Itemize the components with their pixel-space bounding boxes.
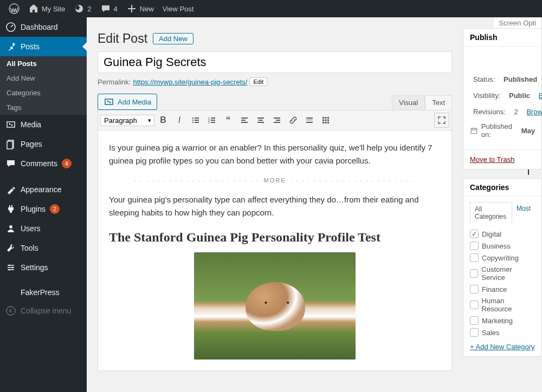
bullet-list-button[interactable] — [188, 113, 203, 128]
sidebar-posts-submenu: All Posts Add New Categories Tags — [0, 56, 87, 115]
sidebar-item-appearance[interactable]: Appearance — [0, 180, 87, 199]
category-item[interactable]: Copywriting — [470, 252, 535, 264]
add-new-button[interactable]: Add New — [153, 33, 193, 44]
category-label: Customer Service — [481, 265, 535, 282]
category-item[interactable]: Human Resource — [470, 295, 535, 315]
move-to-trash-link[interactable]: Move to Trash — [470, 155, 514, 164]
align-left-button[interactable] — [237, 113, 252, 128]
svg-rect-39 — [322, 117, 324, 119]
comments-link[interactable]: 4 — [96, 0, 122, 17]
link-button[interactable] — [286, 113, 301, 128]
svg-rect-22 — [211, 117, 215, 119]
sidebar-sub-add-new[interactable]: Add New — [0, 71, 87, 86]
svg-rect-6 — [7, 141, 12, 149]
category-label: Digital — [482, 230, 501, 238]
category-checkbox[interactable] — [470, 316, 479, 325]
cat-tab-most[interactable]: Most — [512, 202, 535, 224]
updates-link[interactable]: 2 — [69, 0, 95, 17]
italic-button[interactable]: I — [172, 113, 187, 128]
svg-point-17 — [192, 120, 193, 121]
sidebar-item-fakerpress[interactable]: FakerPress — [0, 284, 87, 301]
new-link[interactable]: New — [122, 0, 158, 17]
quote-button[interactable]: “ — [221, 113, 236, 128]
svg-rect-29 — [241, 122, 248, 123]
content-paragraph-1: Is your guinea pig a warrior or an enabl… — [109, 141, 441, 167]
editor-content[interactable]: Is your guinea pig a warrior or an enabl… — [98, 130, 452, 371]
svg-rect-2 — [7, 122, 15, 127]
category-item[interactable]: ✓Digital — [470, 228, 535, 240]
sidebar-item-plugins[interactable]: Plugins2 — [0, 199, 87, 219]
guinea-pig-image[interactable] — [194, 252, 356, 360]
category-item[interactable]: Business — [470, 240, 535, 252]
updates-count: 2 — [87, 5, 91, 13]
revisions-browse-link[interactable]: Browse — [526, 108, 542, 116]
cat-tab-all[interactable]: All Categories — [470, 202, 512, 224]
sidebar-item-media[interactable]: Media — [0, 115, 87, 134]
svg-rect-36 — [306, 117, 313, 119]
sidebar-item-posts[interactable]: Posts — [0, 37, 87, 56]
publish-heading: Publish — [463, 29, 541, 47]
permalink-url[interactable]: https://mywp.site/guinea-pig-secrets/ — [133, 78, 247, 86]
categories-metabox: Categories All Categories Most ✓DigitalB… — [463, 178, 542, 357]
tab-visual[interactable]: Visual — [392, 95, 425, 110]
sidebar-item-comments[interactable]: Comments4 — [0, 154, 87, 173]
sidebar-item-settings[interactable]: Settings — [0, 258, 87, 277]
screen-options-tab[interactable]: Screen Opti — [493, 17, 542, 29]
svg-rect-44 — [327, 120, 329, 121]
site-name: My Site — [42, 5, 65, 13]
categories-heading: Categories — [463, 179, 541, 197]
category-checkbox[interactable] — [470, 253, 479, 262]
svg-point-14 — [109, 102, 111, 103]
toolbar-toggle-button[interactable] — [318, 113, 333, 128]
fullscreen-button[interactable] — [434, 113, 449, 128]
sidebar-item-pages[interactable]: Pages — [0, 134, 87, 154]
sidebar-item-users[interactable]: Users — [0, 219, 87, 238]
category-checkbox[interactable] — [470, 241, 479, 250]
category-checkbox[interactable] — [470, 269, 478, 278]
category-item[interactable]: Sales — [470, 326, 535, 338]
sidebar-item-tools[interactable]: Tools — [0, 238, 87, 258]
add-new-category-link[interactable]: + Add New Category — [470, 343, 535, 351]
svg-rect-38 — [306, 122, 313, 123]
format-select[interactable]: Paragraph — [100, 115, 154, 126]
align-center-button[interactable] — [253, 113, 268, 128]
wp-logo[interactable] — [4, 0, 24, 17]
sidebar-sub-tags[interactable]: Tags — [0, 100, 87, 115]
category-checkbox[interactable] — [470, 300, 479, 309]
category-checkbox[interactable]: ✓ — [470, 230, 479, 238]
visibility-edit-link[interactable]: Edi — [539, 92, 542, 100]
category-item[interactable]: Customer Service — [470, 264, 535, 283]
category-checkbox[interactable] — [470, 328, 479, 337]
permalink-edit-button[interactable]: Edit — [249, 77, 267, 86]
svg-point-7 — [9, 225, 12, 228]
svg-rect-30 — [257, 117, 264, 119]
sidebar-sub-all-posts[interactable]: All Posts — [0, 56, 87, 71]
sidebar-item-dashboard[interactable]: Dashboard — [0, 17, 87, 37]
align-right-button[interactable] — [269, 113, 285, 128]
more-button[interactable] — [302, 113, 317, 128]
tab-text[interactable]: Text — [425, 95, 452, 110]
category-item[interactable]: Finance — [470, 283, 535, 295]
svg-rect-12 — [105, 99, 113, 104]
category-label: Sales — [482, 329, 500, 337]
sidebar-collapse[interactable]: Collapse menu — [0, 301, 87, 321]
site-link[interactable]: My Site — [24, 0, 69, 17]
add-media-button[interactable]: Add Media — [98, 94, 157, 110]
admin-topbar: My Site 2 4 New View Post — [0, 0, 542, 17]
view-post-link[interactable]: View Post — [158, 0, 198, 17]
svg-point-8 — [9, 265, 10, 266]
category-checkbox[interactable] — [470, 285, 479, 293]
number-list-button[interactable]: 123 — [204, 113, 220, 128]
svg-rect-37 — [306, 120, 313, 120]
bold-button[interactable]: B — [156, 113, 171, 128]
svg-point-4 — [11, 125, 13, 126]
collapse-icon — [5, 305, 16, 316]
svg-point-3 — [9, 123, 11, 125]
categories-list: ✓DigitalBusinessCopywritingCustomer Serv… — [470, 224, 535, 343]
svg-point-19 — [192, 122, 193, 123]
category-item[interactable]: Marketing — [470, 315, 535, 326]
sidebar-sub-categories[interactable]: Categories — [0, 86, 87, 100]
svg-rect-33 — [274, 117, 280, 119]
users-icon — [5, 223, 16, 234]
post-title-input[interactable] — [98, 51, 452, 73]
